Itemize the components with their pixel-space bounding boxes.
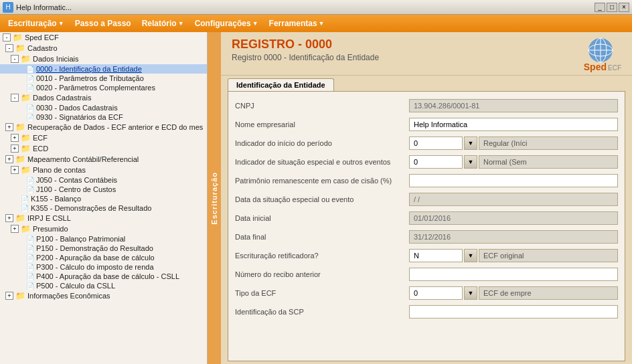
field-input-11[interactable] — [409, 305, 618, 318]
tree-node-20[interactable]: 📄P100 - Balanço Patrimonial — [0, 234, 207, 244]
expand-icon[interactable]: + — [5, 292, 13, 300]
folder-icon: 📁 — [21, 54, 31, 64]
close-button[interactable]: × — [619, 3, 629, 12]
field-value-6: 01/01/2016 — [409, 211, 618, 225]
field-input-1[interactable] — [409, 118, 618, 131]
dropdown-btn-8[interactable]: ▼ — [464, 249, 477, 262]
menu-configuracoes[interactable]: Configurações ▼ — [189, 16, 264, 31]
expand-icon[interactable]: + — [11, 145, 19, 153]
menu-relatorio[interactable]: Relatório ▼ — [137, 16, 189, 31]
folder-icon: 📁 — [21, 144, 31, 153]
field-input-3[interactable] — [409, 155, 463, 169]
menu-ferramentas[interactable]: Ferramentas ▼ — [264, 16, 330, 31]
menu-escrituracao[interactable]: Escrituração ▼ — [3, 16, 70, 31]
tree-label: K155 - Balanço — [31, 195, 81, 203]
expand-icon[interactable]: - — [3, 33, 11, 41]
tree-node-17[interactable]: 📄K355 - Demonstrações de Resultado — [0, 203, 207, 213]
tree-node-4[interactable]: 📄0010 - Parâmetros de Tributação — [0, 74, 207, 83]
dropdown-btn-3[interactable]: ▼ — [464, 155, 477, 169]
form-area: CNPJ13.904.286/0001-81Nome empresarialIn… — [228, 91, 625, 361]
tree-label: Plano de contas — [33, 166, 86, 174]
doc-icon: 📄 — [26, 186, 34, 193]
tree-label: ECD — [33, 145, 48, 153]
tree-node-23[interactable]: 📄P300 - Cálculo do imposto de renda — [0, 262, 207, 272]
tree-label: Dados Iniciais — [33, 55, 78, 63]
menu-passo-a-passo[interactable]: Passo a Passo — [70, 16, 137, 31]
dropdown-btn-2[interactable]: ▼ — [464, 136, 477, 150]
doc-icon: 📄 — [26, 104, 34, 112]
tree-node-15[interactable]: 📄J100 - Centro de Custos — [0, 185, 207, 194]
tree-node-14[interactable]: 📄J050 - Contas Contábeis — [0, 175, 207, 185]
menu-bar: Escrituração ▼ Passo a Passo Relatório ▼… — [0, 15, 632, 32]
tree-node-22[interactable]: 📄P200 - Apuração da base de cálculo — [0, 253, 207, 262]
expand-icon[interactable]: + — [11, 134, 19, 142]
tree-node-26[interactable]: +📁Informações Econômicas — [0, 290, 207, 301]
chevron-down-icon: ▼ — [319, 20, 325, 27]
minimize-button[interactable]: _ — [595, 3, 605, 12]
tree-node-1[interactable]: -📁Cadastro — [0, 43, 207, 54]
maximize-button[interactable]: □ — [607, 3, 617, 12]
tree-node-10[interactable]: +📁ECF — [0, 132, 207, 143]
form-row-10: Tipo da ECF ▼ ECF de empre — [235, 286, 618, 300]
expand-icon[interactable]: + — [5, 155, 13, 163]
expand-icon[interactable]: - — [5, 44, 13, 52]
window-title: Help Informatic... — [16, 3, 72, 11]
tree-label: J050 - Contas Contábeis — [36, 176, 117, 184]
tree-node-0[interactable]: -📁Sped ECF — [0, 32, 207, 43]
tree-label: IRPJ E CSLL — [27, 214, 71, 222]
tree-label: P400 - Apuração da base de cálculo - CSL… — [36, 272, 179, 280]
tree-node-24[interactable]: 📄P400 - Apuração da base de cálculo - CS… — [0, 272, 207, 281]
field-input-10[interactable] — [409, 286, 463, 300]
field-label-5: Data da situação especial ou evento — [235, 195, 409, 203]
tree-label: P150 - Demonstração do Resultado — [36, 244, 153, 252]
field-label-10: Tipo da ECF — [235, 289, 409, 297]
tree-label: Recuperação de Dados - ECF anterior e EC… — [27, 123, 203, 131]
folder-icon: 📁 — [21, 224, 31, 234]
tree-node-3[interactable]: 📄0000 - Identificação da Entidade — [0, 64, 207, 74]
field-input-2[interactable] — [409, 136, 463, 150]
folder-icon: 📁 — [21, 93, 31, 102]
content-header: REGISTRO - 0000 Registro 0000 - Identifi… — [221, 32, 632, 76]
field-dropdown-text-10: ECF de empre — [479, 286, 618, 300]
vertical-tab[interactable]: Escrituração — [208, 32, 221, 364]
tree-node-12[interactable]: +📁Mapeamento Contábil/Referencial — [0, 154, 207, 165]
field-input-9[interactable] — [409, 268, 618, 281]
tab-panel: Identificação da Entidade — [221, 76, 632, 91]
tree-node-9[interactable]: +📁Recuperação de Dados - ECF anterior e … — [0, 122, 207, 132]
expand-icon[interactable]: - — [11, 55, 19, 63]
tree-node-25[interactable]: 📄P500 - Cálculo da CSLL — [0, 281, 207, 290]
form-row-1: Nome empresarial — [235, 117, 618, 132]
field-input-8[interactable] — [409, 249, 463, 262]
tree-node-13[interactable]: +📁Plano de contas — [0, 165, 207, 175]
doc-icon: 📄 — [26, 245, 34, 252]
dropdown-btn-10[interactable]: ▼ — [464, 286, 477, 300]
tree-node-16[interactable]: 📄K155 - Balanço — [0, 194, 207, 203]
field-label-1: Nome empresarial — [235, 120, 409, 128]
field-label-3: Indicador de situação especial e outros … — [235, 158, 409, 166]
folder-icon: 📁 — [21, 165, 31, 175]
folder-icon: 📁 — [15, 155, 25, 164]
tree-node-7[interactable]: 📄0030 - Dados Cadastrais — [0, 103, 207, 112]
tree-node-19[interactable]: +📁Presumido — [0, 223, 207, 234]
tab-identificacao-entidade[interactable]: Identificação da Entidade — [228, 78, 334, 91]
doc-icon: 📄 — [21, 205, 29, 212]
expand-icon[interactable]: + — [11, 225, 19, 233]
tree-node-6[interactable]: -📁Dados Cadastrais — [0, 92, 207, 103]
field-input-4[interactable] — [409, 174, 618, 187]
tree-label: Sped ECF — [25, 33, 59, 41]
tree-node-11[interactable]: +📁ECD — [0, 143, 207, 154]
expand-icon[interactable]: + — [5, 214, 13, 222]
tree-node-21[interactable]: 📄P150 - Demonstração do Resultado — [0, 244, 207, 253]
tree-node-5[interactable]: 📄0020 - Parâmetros Complementares — [0, 83, 207, 92]
tree-node-8[interactable]: 📄0930 - Signatários da ECF — [0, 112, 207, 122]
tree-label: J100 - Centro de Custos — [36, 185, 116, 193]
tree-node-2[interactable]: -📁Dados Iniciais — [0, 54, 207, 64]
tree-label: Cadastro — [27, 44, 58, 52]
tree-node-18[interactable]: +📁IRPJ E CSLL — [0, 213, 207, 223]
expand-icon[interactable]: + — [11, 166, 19, 174]
doc-icon: 📄 — [26, 254, 34, 262]
expand-icon[interactable]: + — [5, 123, 13, 131]
doc-icon: 📄 — [26, 84, 34, 92]
doc-icon: 📄 — [26, 264, 34, 271]
expand-icon[interactable]: - — [11, 94, 19, 102]
